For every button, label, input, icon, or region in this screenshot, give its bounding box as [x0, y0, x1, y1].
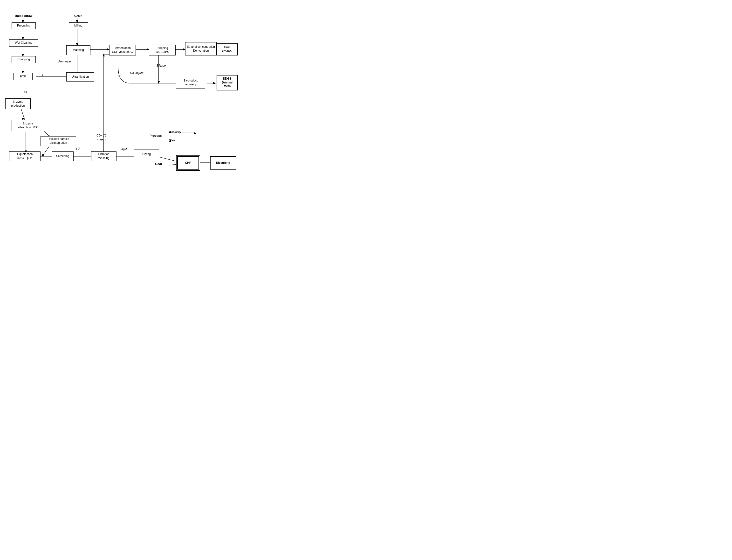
fuel-ethanol-box: Fuel ethanol	[217, 43, 238, 55]
liquefaction-box: Liquefaction 50°C – pH5	[9, 151, 41, 161]
residual-box: Residual particle disintegration	[41, 136, 76, 146]
screening-box: Screening	[52, 151, 74, 161]
htp-box: HTP	[13, 73, 33, 80]
steam-label: Steam	[169, 139, 177, 142]
permeate-label: Permeate	[58, 60, 71, 63]
lff-label: LfF	[76, 147, 80, 150]
lf-label: LF	[41, 74, 44, 77]
fermentation-box: Fermentation, SSF yeast 35°C	[109, 45, 136, 55]
c5-sugars-label: C5 sugars	[130, 71, 144, 75]
mashing-box: Mashing	[66, 45, 90, 55]
lignin-label: Lignin	[121, 147, 128, 150]
ultra-filtration-box: Ultra filtration	[66, 72, 94, 82]
process-flow-diagram: Baled straw Grain Precutting Wet Cleanin…	[0, 0, 241, 188]
electricity-flow-label: Electricity	[169, 130, 181, 134]
c5c6-label: C5+ C6 sugars	[96, 134, 106, 141]
enzyme-prod-box: Enzyme production	[5, 98, 31, 109]
wet-cleaning-box: Wet Cleaning	[9, 39, 38, 47]
stripping-box: Stripping 100-135°C	[149, 45, 176, 55]
coal-label: Coal	[155, 162, 162, 166]
baled-straw-label: Baled straw	[12, 14, 36, 18]
chp-box: CHP	[176, 155, 200, 171]
precutting-box: Precutting	[12, 22, 36, 29]
grain-label: Grain	[71, 14, 86, 18]
drying-box: Drying	[134, 150, 159, 159]
filtration-box: Filtration Washing	[91, 151, 116, 161]
sf-label: SF	[24, 90, 28, 94]
ethanol-conc-box: Ethanol concentration Dehydration	[185, 42, 217, 55]
enzyme-ads-box: Enzyme adsorbtion 50°C	[12, 120, 44, 131]
milling-box: Milling	[69, 22, 88, 29]
by-product-box: By-product recovery	[176, 77, 205, 89]
process-label: Process	[150, 134, 162, 137]
chopping-box: Chopping	[12, 56, 36, 63]
electricity-out-box: Electricity	[210, 156, 236, 170]
svg-line-21	[42, 144, 51, 156]
stillage-label: Stillage	[156, 64, 166, 67]
ddgs-box: DDGS (Animal feed)	[217, 75, 238, 90]
